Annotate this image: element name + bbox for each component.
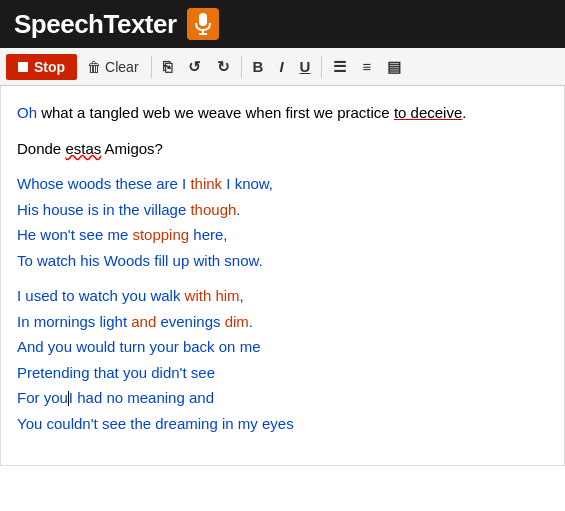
text-line-4-2: In mornings light and evenings dim. xyxy=(17,309,548,335)
bold-label: B xyxy=(253,58,264,75)
text-line-2: Donde estas Amigos? xyxy=(17,136,548,162)
undo-button[interactable]: ↺ xyxy=(181,54,208,80)
text-editor[interactable]: Oh what a tangled web we weave when firs… xyxy=(0,86,565,466)
italic-label: I xyxy=(279,58,283,75)
clear-button[interactable]: 🗑 Clear xyxy=(79,54,146,80)
text-with-him: with him xyxy=(185,287,240,304)
align-left-button[interactable]: ☰ xyxy=(326,54,353,80)
app-title: SpeechTexter xyxy=(14,9,177,40)
svg-rect-0 xyxy=(199,13,207,26)
text-line-3-1: Whose woods these are I think I know, xyxy=(17,171,548,197)
undo-icon: ↺ xyxy=(188,58,201,75)
text-stanza-2: Whose woods these are I think I know, Hi… xyxy=(17,171,548,273)
text-oh: Oh xyxy=(17,104,37,121)
clear-label: Clear xyxy=(105,59,138,75)
underline-button[interactable]: U xyxy=(293,54,318,79)
text-line-4-3: And you would turn your back on me xyxy=(17,334,548,360)
toolbar-divider-3 xyxy=(321,56,322,78)
stop-button[interactable]: Stop xyxy=(6,54,77,80)
app-header: SpeechTexter xyxy=(0,0,565,48)
text-cursor xyxy=(68,391,69,406)
text-line-3-2: His house is in the village though. xyxy=(17,197,548,223)
text-dim: dim xyxy=(225,313,249,330)
text-though: though xyxy=(190,201,236,218)
text-line-3-4: To watch his Woods fill up with snow. xyxy=(17,248,548,274)
copy-icon: ⎘ xyxy=(163,58,172,75)
text-line-4-4: Pretending that you didn't see xyxy=(17,360,548,386)
text-line-4-5: For youI had no meaning and xyxy=(17,385,548,411)
bold-button[interactable]: B xyxy=(246,54,271,79)
stop-icon xyxy=(18,62,28,72)
align-center-icon: ≡ xyxy=(362,58,371,75)
mic-icon xyxy=(187,8,219,40)
redo-icon: ↻ xyxy=(217,58,230,75)
align-center-button[interactable]: ≡ xyxy=(355,54,378,79)
toolbar: Stop 🗑 Clear ⎘ ↺ ↻ B I U ☰ ≡ ▤ xyxy=(0,48,565,86)
text-think: think xyxy=(190,175,222,192)
text-and-evenings: and xyxy=(131,313,156,330)
text-stanza-3: I used to watch you walk with him, In mo… xyxy=(17,283,548,436)
align-right-button[interactable]: ▤ xyxy=(380,54,408,80)
stop-label: Stop xyxy=(34,59,65,75)
italic-button[interactable]: I xyxy=(272,54,290,79)
text-line-1: Oh what a tangled web we weave when firs… xyxy=(17,100,548,126)
text-line-3-3: He won't see me stopping here, xyxy=(17,222,548,248)
text-stopping: stopping xyxy=(132,226,189,243)
redo-button[interactable]: ↻ xyxy=(210,54,237,80)
text-line-4-6: You couldn't see the dreaming in my eyes xyxy=(17,411,548,437)
underline-label: U xyxy=(300,58,311,75)
trash-icon: 🗑 xyxy=(87,59,101,75)
align-left-icon: ☰ xyxy=(333,58,346,75)
toolbar-divider-2 xyxy=(241,56,242,78)
text-line-4-1: I used to watch you walk with him, xyxy=(17,283,548,309)
align-right-icon: ▤ xyxy=(387,58,401,75)
text-to-deceive: to deceive xyxy=(394,104,462,121)
toolbar-divider-1 xyxy=(151,56,152,78)
text-estas: estas xyxy=(65,140,101,157)
copy-button[interactable]: ⎘ xyxy=(156,54,179,79)
